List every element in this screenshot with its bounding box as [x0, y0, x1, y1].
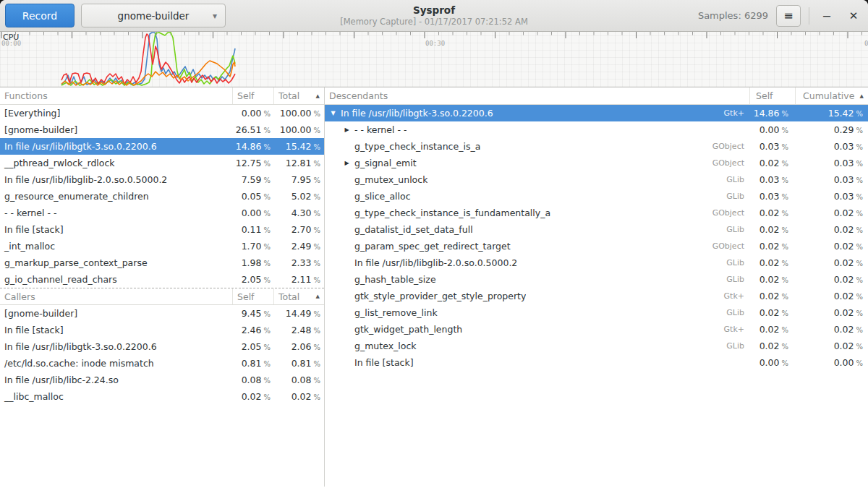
function-name: g_signal_emit: [354, 158, 417, 168]
descendants-table: Descendants Self Cumulative ▲ ▼ In file …: [325, 87, 868, 371]
total-value: 12.81%: [274, 158, 324, 168]
cumulative-value: 0.02%: [796, 207, 868, 218]
total-column-label: Total: [278, 90, 299, 101]
total-column-header[interactable]: Total ▲: [274, 87, 324, 104]
descendants-row[interactable]: ▶ g_signal_emit GObject 0.02% 0.03%: [325, 155, 868, 171]
function-name-cell: g_datalist_id_set_data_full GLib: [352, 224, 750, 235]
table-row[interactable]: g_resource_enumerate_children 0.05% 5.02…: [0, 188, 324, 205]
table-row[interactable]: In file /usr/lib/libgtk-3.so.0.2200.6 14…: [0, 138, 324, 155]
total-value: 0.02%: [274, 391, 324, 402]
table-row[interactable]: _int_malloc 1.70% 2.49%: [0, 238, 324, 254]
expander-icon[interactable]: ▶: [342, 121, 352, 138]
library-category: GLib: [720, 258, 750, 267]
total-value: 2.49%: [274, 241, 324, 252]
functions-column-header[interactable]: Functions: [0, 87, 233, 104]
descendants-row[interactable]: gtk_widget_path_length Gtk+ 0.02% 0.02%: [325, 321, 868, 338]
table-row[interactable]: [gnome-builder] 9.45% 14.49%: [0, 305, 324, 322]
table-row[interactable]: [gnome-builder] 26.51% 100.00%: [0, 121, 324, 138]
self-column-header[interactable]: Self: [233, 87, 274, 104]
callers-column-header[interactable]: Callers: [0, 288, 233, 304]
self-value: 0.02%: [750, 341, 796, 351]
function-name: In file [stack]: [0, 325, 233, 335]
function-name: g_mutex_unlock: [354, 174, 427, 185]
function-name: __pthread_rwlock_rdlock: [0, 158, 233, 168]
cumulative-value: 0.02%: [796, 291, 868, 301]
descendants-rows: ▼ In file /usr/lib/libgtk-3.so.0.2200.6 …: [325, 105, 868, 371]
close-button[interactable]: ✕: [844, 7, 863, 25]
descendants-row[interactable]: g_param_spec_get_redirect_target GObject…: [325, 238, 868, 254]
record-button[interactable]: Record: [5, 4, 75, 27]
self-value: 0.02%: [750, 257, 796, 268]
table-row[interactable]: g_markup_parse_context_parse 1.98% 2.33%: [0, 254, 324, 271]
total-value: 2.70%: [274, 224, 324, 235]
table-row[interactable]: In file [stack] 0.11% 2.70%: [0, 221, 324, 238]
table-row[interactable]: [Everything] 0.00% 100.00%: [0, 105, 324, 121]
self-value: 14.86%: [233, 141, 274, 152]
descendants-row[interactable]: ▼ In file /usr/lib/libgtk-3.so.0.2200.6 …: [325, 105, 868, 121]
descendants-row[interactable]: In file /usr/lib/libglib-2.0.so.0.5000.2…: [325, 254, 868, 271]
total-value: 14.49%: [274, 308, 324, 319]
process-selector-label: gnome-builder: [118, 10, 190, 22]
library-category: GLib: [720, 225, 750, 234]
self-value: 0.02%: [750, 324, 796, 335]
cumulative-value: 0.03%: [796, 158, 868, 168]
table-row[interactable]: In file [stack] 2.46% 2.48%: [0, 322, 324, 338]
function-name: g_mutex_lock: [354, 341, 417, 351]
descendants-row[interactable]: g_hash_table_size GLib 0.02% 0.02%: [325, 271, 868, 288]
descendants-row[interactable]: g_mutex_unlock GLib 0.03% 0.03%: [325, 171, 868, 188]
self-column-header[interactable]: Self: [750, 87, 796, 104]
descendants-row[interactable]: g_mutex_lock GLib 0.02% 0.02%: [325, 338, 868, 354]
table-row[interactable]: /etc/ld.so.cache: inode mismatch 0.81% 0…: [0, 355, 324, 372]
self-value: 0.02%: [750, 241, 796, 252]
descendants-row[interactable]: gtk_style_provider_get_style_property Gt…: [325, 288, 868, 304]
table-row[interactable]: __pthread_rwlock_rdlock 12.75% 12.81%: [0, 155, 324, 171]
app-subtitle: [Memory Capture] - 01/17/2017 07:21:52 A…: [340, 17, 528, 27]
function-name: _int_malloc: [0, 241, 233, 252]
time-label: 00:30: [425, 40, 445, 47]
sysprof-window: Record gnome-builder ▾ Sysprof [Memory C…: [0, 0, 868, 488]
descendants-row[interactable]: g_datalist_id_set_data_full GLib 0.02% 0…: [325, 221, 868, 238]
headerbar-separator: [809, 7, 809, 25]
total-column-header[interactable]: Total ▲: [274, 288, 324, 304]
descendants-row[interactable]: In file [stack] 0.00% 0.00%: [325, 354, 868, 371]
self-value: 0.03%: [750, 141, 796, 152]
cumulative-value: 0.02%: [796, 274, 868, 285]
minimize-button[interactable]: –: [817, 7, 836, 25]
table-row[interactable]: In file /usr/lib/libgtk-3.so.0.2200.6 2.…: [0, 338, 324, 355]
table-row[interactable]: g_io_channel_read_chars 2.05% 2.11%: [0, 271, 324, 288]
table-row[interactable]: In file /usr/lib/libc-2.24.so 0.08% 0.08…: [0, 372, 324, 388]
descendants-row[interactable]: g_list_remove_link GLib 0.02% 0.02%: [325, 304, 868, 321]
descendants-row[interactable]: g_slice_alloc GLib 0.03% 0.03%: [325, 188, 868, 205]
descendants-row[interactable]: g_type_check_instance_is_a GObject 0.03%…: [325, 138, 868, 155]
function-name: In file /usr/lib/libglib-2.0.so.0.5000.2: [354, 257, 517, 268]
total-value: 2.48%: [274, 325, 324, 335]
sort-ascending-icon: ▲: [860, 93, 864, 99]
hamburger-icon: ≡: [783, 9, 793, 22]
library-category: GObject: [707, 142, 750, 151]
table-row[interactable]: In file /usr/lib/libglib-2.0.so.0.5000.2…: [0, 171, 324, 188]
expander-icon[interactable]: ▼: [328, 105, 338, 121]
sort-ascending-icon: ▲: [316, 93, 320, 99]
sort-ascending-icon: ▲: [316, 294, 320, 299]
self-value: 1.98%: [233, 257, 274, 268]
functions-table: Functions Self Total ▲ [Everything] 0.00…: [0, 87, 324, 288]
descendants-column-header[interactable]: Descendants: [325, 87, 750, 104]
menu-button[interactable]: ≡: [776, 5, 801, 27]
descendants-row[interactable]: ▶ - - kernel - - 0.00% 0.29%: [325, 121, 868, 138]
callers-table: Callers Self Total ▲ [gnome-builder] 9.4…: [0, 288, 324, 405]
function-name: In file [stack]: [0, 224, 233, 235]
table-row[interactable]: __libc_malloc 0.02% 0.02%: [0, 388, 324, 405]
self-column-header[interactable]: Self: [233, 288, 274, 304]
headerbar-right: Samples: 6299 ≡ – ✕: [698, 5, 863, 27]
expander-icon[interactable]: ▶: [342, 155, 352, 171]
process-selector[interactable]: gnome-builder ▾: [81, 4, 226, 27]
table-row[interactable]: - - kernel - - 0.00% 4.30%: [0, 205, 324, 221]
self-value: 0.02%: [750, 274, 796, 285]
descendants-row[interactable]: g_type_check_instance_is_fundamentally_a…: [325, 205, 868, 221]
cumulative-column-header[interactable]: Cumulative ▲: [796, 87, 868, 104]
self-value: 0.02%: [233, 391, 274, 402]
cpu-graph[interactable]: CPU 00:0000:3001:00: [0, 32, 868, 87]
library-category: GObject: [707, 158, 750, 168]
function-name: g_hash_table_size: [354, 274, 436, 285]
cumulative-column-label: Cumulative: [803, 90, 854, 101]
